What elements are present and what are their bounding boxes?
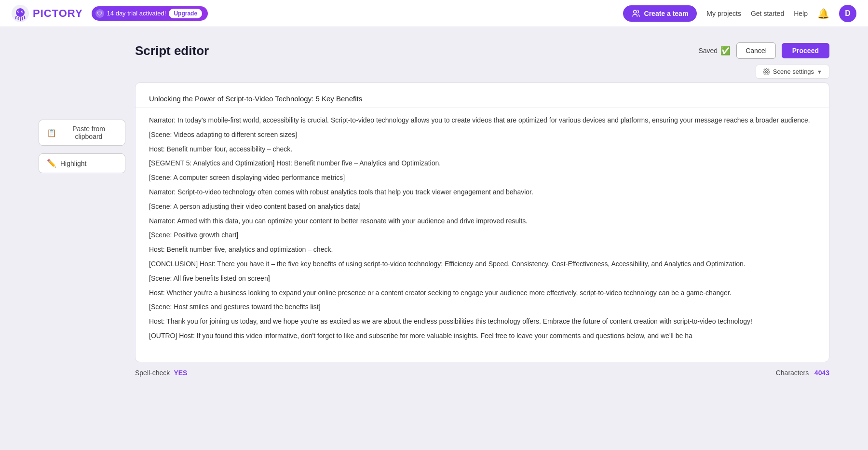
script-line: Narrator: Script-to-video technology oft… (149, 187, 812, 198)
header-right: Create a team My projects Get started He… (623, 5, 856, 22)
page-title: Script editor (135, 43, 209, 58)
script-content[interactable]: Narrator: In today's mobile-first world,… (149, 115, 815, 345)
bell-icon[interactable]: 🔔 (817, 8, 829, 19)
create-team-button[interactable]: Create a team (623, 5, 697, 22)
script-line: Narrator: Armed with this data, you can … (149, 216, 812, 227)
main-container: 📋 Paste from clipboard ✏️ Highlight Scri… (0, 27, 868, 377)
trial-badge: 🛡 14 day trial activated! Upgrade (92, 6, 208, 21)
people-icon (632, 9, 640, 18)
upgrade-button[interactable]: Upgrade (169, 9, 202, 18)
highlight-button[interactable]: ✏️ Highlight (39, 153, 125, 173)
character-count: Characters 4043 (776, 369, 829, 377)
spell-check-yes[interactable]: YES (174, 369, 187, 377)
gear-icon (763, 68, 770, 75)
scene-settings-bar: Scene settings ▼ (135, 65, 829, 79)
create-team-label: Create a team (644, 10, 689, 17)
nav-my-projects[interactable]: My projects (706, 10, 741, 17)
logo-area: PICTORY (12, 5, 83, 22)
saved-text: Saved (698, 47, 718, 55)
script-title[interactable]: Unlocking the Power of Script-to-Video T… (149, 95, 815, 103)
nav-get-started[interactable]: Get started (751, 10, 784, 17)
chevron-down-icon: ▼ (817, 69, 822, 75)
script-line: [Scene: Host smiles and gestures toward … (149, 301, 812, 313)
scene-settings-button[interactable]: Scene settings ▼ (756, 65, 829, 79)
script-divider (136, 108, 829, 108)
paste-from-clipboard-button[interactable]: 📋 Paste from clipboard (39, 120, 125, 146)
pictory-logo-icon (12, 5, 29, 22)
svg-point-1 (16, 8, 25, 17)
svg-point-6 (633, 10, 636, 13)
script-line: Host: Benefit number four, accessibility… (149, 144, 812, 155)
script-editor-box: Unlocking the Power of Script-to-Video T… (135, 82, 829, 362)
script-line: Host: Thank you for joining us today, an… (149, 316, 812, 327)
script-line: [Scene: All five benefits listed on scre… (149, 273, 812, 285)
script-line: [Scene: A person adjusting their video c… (149, 201, 812, 213)
scene-settings-label: Scene settings (773, 68, 814, 75)
svg-point-7 (765, 71, 767, 73)
script-line: [Scene: Videos adapting to different scr… (149, 129, 812, 141)
header-left: PICTORY 🛡 14 day trial activated! Upgrad… (12, 5, 208, 22)
script-line: Narrator: In today's mobile-first world,… (149, 115, 812, 126)
logo-text: PICTORY (33, 7, 83, 20)
script-line: Host: Whether you're a business looking … (149, 287, 812, 299)
spell-check-label: Spell-check (135, 369, 170, 377)
saved-status: Saved ✅ (698, 46, 731, 56)
trial-badge-text: 14 day trial activated! (107, 10, 166, 17)
script-line: [CONCLUSION] Host: There you have it – t… (149, 259, 812, 270)
bottom-bar: Spell-check YES Characters 4043 (135, 362, 829, 377)
proceed-button[interactable]: Proceed (782, 43, 829, 58)
sidebar: 📋 Paste from clipboard ✏️ Highlight (39, 42, 135, 377)
highlight-icon: ✏️ (47, 159, 56, 168)
avatar[interactable]: D (839, 5, 856, 22)
editor-top-bar: Script editor Saved ✅ Cancel Proceed (135, 42, 829, 59)
header: PICTORY 🛡 14 day trial activated! Upgrad… (0, 0, 868, 27)
characters-number: 4043 (814, 369, 829, 377)
nav-help[interactable]: Help (794, 10, 808, 17)
cancel-button[interactable]: Cancel (736, 42, 776, 59)
highlight-label: Highlight (60, 160, 86, 167)
editor-actions: Saved ✅ Cancel Proceed (698, 42, 829, 59)
spell-check-area: Spell-check YES (135, 369, 187, 377)
paste-label: Paste from clipboard (60, 125, 117, 140)
script-line: [Scene: Positive growth chart] (149, 230, 812, 241)
editor-area: Script editor Saved ✅ Cancel Proceed Sce… (135, 42, 829, 377)
characters-label: Characters (776, 369, 809, 377)
check-circle-icon: ✅ (720, 46, 731, 56)
svg-point-5 (22, 11, 23, 12)
script-line: [OUTRO] Host: If you found this video in… (149, 330, 812, 342)
shield-icon: 🛡 (95, 9, 104, 18)
script-line: [SEGMENT 5: Analytics and Optimization] … (149, 158, 812, 169)
script-line: Host: Benefit number five, analytics and… (149, 244, 812, 256)
script-line: [Scene: A computer screen displaying vid… (149, 172, 812, 184)
svg-point-4 (18, 11, 19, 12)
clipboard-icon: 📋 (47, 128, 56, 137)
